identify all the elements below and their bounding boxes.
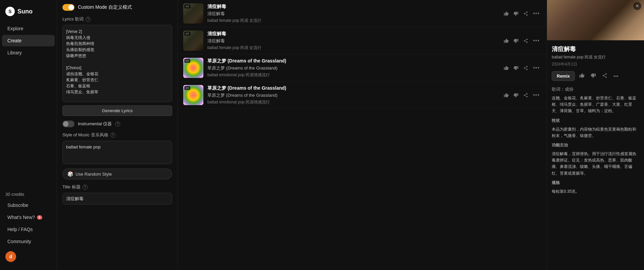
rp-share-button[interactable] [600,72,609,81]
song-thumbnail: v3 [183,31,203,51]
sidebar-item-library[interactable]: Library [2,47,55,58]
user-avatar[interactable]: d [5,251,16,262]
dislike-button[interactable] [512,37,520,45]
title-section: Title 标题 ? [62,184,172,205]
song-tags: ballad emotional pop 民谣情感流行 [207,99,498,105]
song-tags: ballad female pop 民谣 女流行 [207,18,498,24]
song-actions: ••• [502,9,541,18]
whats-new-badge: 5 [37,215,42,220]
song-actions: ••• [502,63,541,72]
style-help-icon[interactable]: ? [110,133,115,138]
song-info: 草原之梦 (Dreams of the Grassland) 草原之梦 (Dre… [207,85,498,105]
rp-dislike-button[interactable] [589,72,598,81]
sidebar-item-community[interactable]: Community [2,236,55,247]
dislike-button[interactable] [512,10,520,17]
dislike-button[interactable] [512,64,520,72]
version-badge: v3 [184,32,190,36]
title-input[interactable] [62,193,172,205]
song-thumbnail: v3 [183,85,203,105]
more-button[interactable]: ••• [531,91,541,99]
feed-item-1[interactable]: v3 清痘解毒 清痘解毒 ballad female pop 民谣 女流行 ••… [178,0,547,27]
song-thumbnail: v3 [183,3,203,24]
generate-lyrics-button[interactable]: Generate Lyrics [62,105,172,116]
like-button[interactable] [502,64,510,72]
like-button[interactable] [502,10,510,17]
style-input[interactable]: ballad female pop [62,141,172,164]
more-button[interactable]: ••• [531,36,541,45]
share-button[interactable] [522,91,530,99]
close-button[interactable]: × [633,2,641,10]
dislike-button[interactable] [512,91,520,99]
rp-properties-label: 性状 [552,118,639,124]
song-info: 草原之梦 (Dreams of the Grassland) 草原之梦 (Dre… [207,58,498,78]
instrumental-row: Instrumental 仪器 ? [62,121,172,127]
song-subtitle: 清痘解毒 [207,38,498,44]
rp-function-text: 清痘解毒，宜肺泄热。用于治疗流行性感冒属热毒袭肺证。症见：发热或高热、恶寒、肌肉… [552,151,639,177]
whats-new-label: What's New? [7,215,35,220]
like-button[interactable] [502,91,510,99]
rp-like-button[interactable] [578,72,586,81]
right-panel-content: 清痘解毒 ballad female pop 民谣 女流行 2024年4月1日 … [547,40,644,199]
share-button[interactable] [522,10,530,17]
instrumental-help-icon[interactable]: ? [115,122,120,127]
song-title: 草原之梦 (Dreams of the Grassland) [207,85,498,91]
sidebar-nav: Explore Create Library [0,23,57,190]
right-panel: × 清痘解毒 ballad female pop 民谣 女流行 2024年4月1… [547,0,644,270]
sidebar-bottom: 30 credits Subscribe What's New? 5 Help … [0,190,57,266]
share-button[interactable] [522,64,530,72]
song-title: 清痘解毒 [207,31,498,37]
right-panel-image: × [547,0,644,40]
style-input-wrap: ballad female pop [62,141,172,165]
main-feed: v3 清痘解毒 清痘解毒 ballad female pop 民谣 女流行 ••… [178,0,547,270]
song-subtitle: 草原之梦 (Dreams of the Grassland) [207,65,498,71]
feed-item-4[interactable]: v3 草原之梦 (Dreams of the Grassland) 草原之梦 (… [178,82,547,109]
rp-lyrics-label: 歌词：成份 [552,86,639,92]
rp-spec-label: 规格 [552,180,639,186]
feed-item-2[interactable]: v3 清痘解毒 清痘解毒 ballad female pop 民谣 女流行 ••… [178,27,547,54]
sidebar-item-whats-new[interactable]: What's New? 5 [2,212,55,223]
rp-date: 2024年4月1日 [552,61,639,67]
song-title: 清痘解毒 [207,4,498,10]
rp-spec-text: 每粒装0.35克。 [552,188,639,195]
custom-mode-toggle[interactable] [62,4,75,11]
rp-properties-text: 本品为胶囊剂，内容物为棕黄色至黄褐色颗粒和粉末，气微香、味微苦。 [552,126,639,139]
remix-button[interactable]: Remix [552,71,575,81]
sidebar-item-help[interactable]: Help / FAQs [2,224,55,235]
app-logo[interactable]: S Suno [0,4,57,23]
style-section-label: Style of Music 音乐风格 ? [62,132,172,138]
song-title: 草原之梦 (Dreams of the Grassland) [207,58,498,64]
sidebar: S Suno Explore Create Library 30 credits… [0,0,57,270]
lyrics-help-icon[interactable]: ? [86,17,91,22]
rp-function-label: 功能主治 [552,142,639,148]
title-section-label: Title 标题 ? [62,184,172,190]
song-subtitle: 清痘解毒 [207,11,498,17]
song-info: 清痘解毒 清痘解毒 ballad female pop 民谣 女流行 [207,4,498,24]
custom-mode-label: Custom Mode 自定义模式 [78,4,132,10]
share-button[interactable] [522,37,530,45]
like-button[interactable] [502,37,510,45]
sidebar-item-explore[interactable]: Explore [2,23,55,34]
app-name: Suno [17,8,33,15]
more-button[interactable]: ••• [531,63,541,72]
rp-actions: Remix ••• [552,71,639,81]
song-actions: ••• [502,91,541,99]
dice-icon: 🎲 [67,171,73,177]
use-random-style-button[interactable]: 🎲 Use Random Style [62,169,172,179]
title-help-icon[interactable]: ? [83,185,88,190]
instrumental-toggle[interactable] [62,121,75,127]
lyrics-textarea[interactable]: [Verse 2] 病毒无情入侵 热毒煎熬两种情 头痛欲裂的感觉 咳嗽声悠悠 [… [62,25,172,102]
credits-display: 30 credits [0,190,57,199]
sidebar-item-create[interactable]: Create [2,35,55,46]
rp-more-button[interactable]: ••• [612,72,620,80]
more-button[interactable]: ••• [531,9,541,18]
song-actions: ••• [502,36,541,45]
create-panel: Custom Mode 自定义模式 Lyrics 歌词 ? [Verse 2] … [57,0,178,270]
logo-icon: S [5,7,15,16]
sidebar-item-subscribe[interactable]: Subscribe [2,199,55,211]
lyrics-section-label: Lyrics 歌词 ? [62,16,172,22]
rp-song-tags: ballad female pop 民谣 女流行 [552,54,639,60]
feed-item-3[interactable]: v3 草原之梦 (Dreams of the Grassland) 草原之梦 (… [178,54,547,82]
version-badge: v3 [184,4,190,8]
rp-song-title: 清痘解毒 [552,45,639,53]
song-tags: ballad female pop 民谣 女流行 [207,45,498,51]
